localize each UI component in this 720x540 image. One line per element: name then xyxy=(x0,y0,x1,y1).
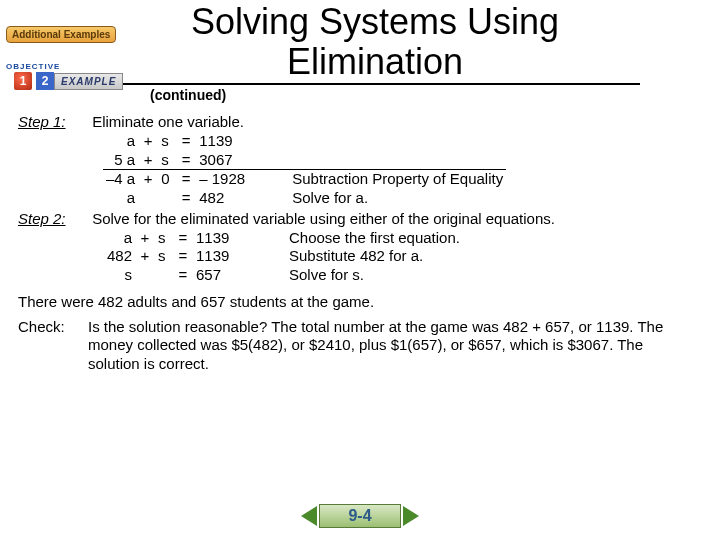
eq-row: s = 657 Solve for s. xyxy=(103,266,463,285)
eq-eq: = xyxy=(176,132,196,151)
eq-row: 5 a + s = 3067 xyxy=(103,151,506,170)
eq-op xyxy=(138,189,158,208)
content-area: Step 1: Eliminate one variable. a + s = … xyxy=(0,113,720,374)
eq-eq: = xyxy=(173,229,193,248)
eq-v2: s xyxy=(155,229,173,248)
eq-row: a + s = 1139 Choose the first equation. xyxy=(103,229,463,248)
eq-eq: = xyxy=(176,151,196,170)
eq-v2: s xyxy=(158,132,176,151)
continued-label: (continued) xyxy=(150,87,720,103)
example-word: EXAMPLE xyxy=(54,73,123,90)
step-2: Step 2: Solve for the eliminated variabl… xyxy=(18,210,698,229)
step-2-equations: a + s = 1139 Choose the first equation. … xyxy=(103,229,463,285)
eq-op: + xyxy=(138,132,158,151)
eq-note: Substitute 482 for a. xyxy=(249,247,463,266)
eq-row: a + s = 1139 xyxy=(103,132,506,151)
eq-rhs: 482 xyxy=(196,189,252,208)
eq-lhs: 5 a xyxy=(103,151,138,170)
step-1: Step 1: Eliminate one variable. xyxy=(18,113,698,132)
summary-text: There were 482 adults and 657 students a… xyxy=(18,293,698,312)
eq-rhs: 657 xyxy=(193,266,249,285)
eq-rhs: 3067 xyxy=(196,151,252,170)
objective-label: OBJECTIVE xyxy=(6,62,60,71)
eq-row: 482 + s = 1139 Substitute 482 for a. xyxy=(103,247,463,266)
objective-row: 1 2 EXAMPLE xyxy=(14,72,123,90)
eq-op: + xyxy=(135,247,155,266)
eq-note: Solve for s. xyxy=(249,266,463,285)
eq-v2: s xyxy=(155,247,173,266)
step-1-text: Eliminate one variable. xyxy=(92,113,244,130)
eq-v2: 0 xyxy=(158,170,176,189)
eq-lhs: –4 a xyxy=(103,170,138,189)
eq-v2: s xyxy=(158,151,176,170)
check-block: Check: Is the solution reasonable? The t… xyxy=(18,318,698,374)
eq-v2 xyxy=(155,266,173,285)
objective-number: 1 xyxy=(14,72,32,90)
eq-op: + xyxy=(138,170,158,189)
example-badge: 2 EXAMPLE xyxy=(36,72,123,90)
section-number[interactable]: 9-4 xyxy=(319,504,400,528)
eq-lhs: s xyxy=(103,266,135,285)
eq-eq: = xyxy=(173,247,193,266)
eq-eq: = xyxy=(176,189,196,208)
eq-note: Solve for a. xyxy=(252,189,506,208)
eq-note xyxy=(252,132,506,151)
check-text: Is the solution reasonable? The total nu… xyxy=(88,318,698,374)
eq-rhs: – 1928 xyxy=(196,170,252,189)
next-arrow-icon[interactable] xyxy=(403,506,419,526)
eq-op xyxy=(135,266,155,285)
eq-rhs: 1139 xyxy=(193,229,249,248)
step-2-label: Step 2: xyxy=(18,210,88,229)
eq-note: Subtraction Property of Equality xyxy=(252,170,506,189)
eq-note: Choose the first equation. xyxy=(249,229,463,248)
eq-eq: = xyxy=(173,266,193,285)
example-number: 2 xyxy=(36,72,54,90)
eq-eq: = xyxy=(176,170,196,189)
eq-note xyxy=(252,151,506,170)
eq-lhs: a xyxy=(103,189,138,208)
additional-examples-badge: Additional Examples xyxy=(6,26,116,43)
eq-rhs: 1139 xyxy=(196,132,252,151)
eq-v2 xyxy=(158,189,176,208)
step-2-text: Solve for the eliminated variable using … xyxy=(92,210,692,229)
eq-rhs: 1139 xyxy=(193,247,249,266)
eq-lhs: a xyxy=(103,132,138,151)
eq-row: –4 a + 0 = – 1928 Subtraction Property o… xyxy=(103,170,506,189)
eq-row: a = 482 Solve for a. xyxy=(103,189,506,208)
step-1-label: Step 1: xyxy=(18,113,88,132)
eq-lhs: a xyxy=(103,229,135,248)
step-1-equations: a + s = 1139 5 a + s = 3067 –4 a + 0 = –… xyxy=(103,132,506,208)
pager: 9-4 xyxy=(0,504,720,530)
eq-op: + xyxy=(138,151,158,170)
check-label: Check: xyxy=(18,318,88,337)
prev-arrow-icon[interactable] xyxy=(301,506,317,526)
page-title: Solving Systems Using Elimination xyxy=(110,2,640,85)
eq-lhs: 482 xyxy=(103,247,135,266)
eq-op: + xyxy=(135,229,155,248)
